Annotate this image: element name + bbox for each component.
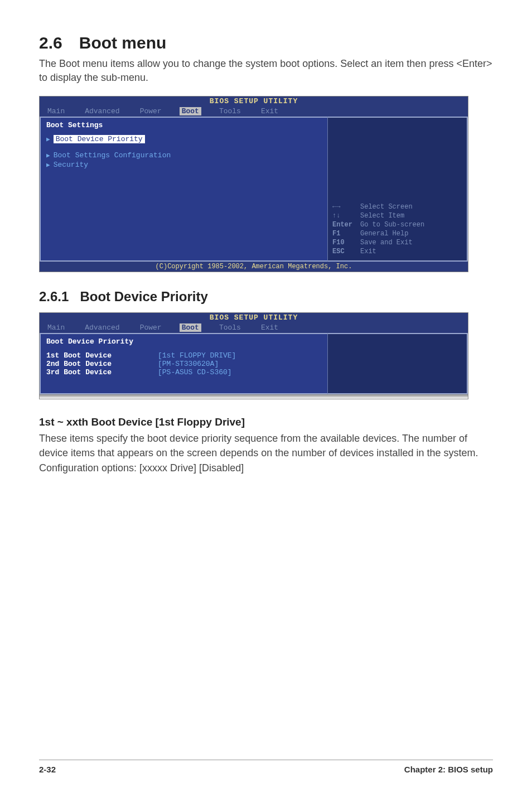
boot-device-label: 3rd Boot Device [46,368,158,376]
bios-copyright-footer: (C)Copyright 1985-2002, American Megatre… [40,262,468,272]
boot-device-value: [PS-ASUS CD-S360] [158,368,232,376]
boot-device-label: 2nd Boot Device [46,360,158,368]
bios-tabs: Main Advanced Power Boot Tools Exit [40,106,468,117]
chapter-label: Chapter 2: BIOS setup [404,765,493,774]
boot-settings-header: Boot Settings [46,121,322,129]
tab-advanced[interactable]: Advanced [83,323,122,332]
bios-title: BIOS SETUP UTILITY [40,313,468,322]
submenu-arrow-icon: ▶ [46,136,50,143]
help-value: General Help [360,230,408,238]
menu-item-boot-settings-config[interactable]: ▶ Boot Settings Configuration [46,151,322,160]
bios-screenshot-boot-priority: BIOS SETUP UTILITY Main Advanced Power B… [39,312,468,399]
boot-priority-header: Boot Device Priority [46,337,322,346]
menu-item-security[interactable]: ▶ Security [46,161,322,169]
menu-item-label: Boot Device Priority [54,135,145,143]
menu-item-label: Boot Settings Configuration [54,151,171,160]
bios-help-panel: ←→Select Screen ↑↓Select Item EnterGo to… [327,117,468,262]
submenu-arrow-icon: ▶ [46,152,50,159]
option-title: 1st ~ xxth Boot Device [1st Floppy Drive… [39,416,493,428]
help-value: Go to Sub-screen [360,221,424,229]
tab-power[interactable]: Power [138,323,164,332]
boot-device-row-2[interactable]: 2nd Boot Device [PM-ST330620A] [46,360,322,368]
bios-help-panel [327,333,468,394]
help-key: Enter [332,221,360,229]
tab-boot[interactable]: Boot [180,323,201,332]
help-value: Exit [360,248,376,255]
section-intro: The Boot menu items allow you to change … [39,57,493,85]
boot-device-row-1[interactable]: 1st Boot Device [1st FLOPPY DRIVE] [46,351,322,360]
boot-device-value: [PM-ST330620A] [158,360,219,368]
bios-title: BIOS SETUP UTILITY [40,96,468,106]
tab-main[interactable]: Main [45,323,67,332]
tab-tools[interactable]: Tools [217,323,243,332]
option-description: These items specify the boot device prio… [39,432,493,460]
section-number: 2.6 [39,33,62,52]
bios-left-panel: Boot Settings ▶ Boot Device Priority ▶ B… [40,117,327,262]
subsection-number: 2.6.1 [39,289,69,304]
bios-left-panel: Boot Device Priority 1st Boot Device [1s… [40,333,327,394]
decorative-shadow [40,394,468,399]
tab-boot[interactable]: Boot [180,107,201,115]
boot-device-value: [1st FLOPPY DRIVE] [158,351,236,360]
page-number: 2-32 [39,765,56,774]
help-value: Select Item [360,212,404,220]
bios-tabs: Main Advanced Power Boot Tools Exit [40,322,468,333]
help-key: F10 [332,239,360,247]
tab-exit[interactable]: Exit [259,107,280,115]
menu-item-label: Security [54,161,88,169]
submenu-arrow-icon: ▶ [46,161,50,168]
help-value: Select Screen [360,203,413,211]
menu-item-boot-device-priority[interactable]: ▶ Boot Device Priority [46,135,322,143]
tab-exit[interactable]: Exit [259,323,280,332]
tab-advanced[interactable]: Advanced [83,107,122,115]
section-title-text: Boot menu [79,33,167,52]
bios-screenshot-boot-settings: BIOS SETUP UTILITY Main Advanced Power B… [39,96,468,272]
boot-device-row-3[interactable]: 3rd Boot Device [PS-ASUS CD-S360] [46,368,322,376]
boot-device-label: 1st Boot Device [46,351,158,360]
section-title: 2.6Boot menu [39,33,493,52]
subsection-title-text: Boot Device Priority [80,289,207,304]
help-key: ←→ [332,203,360,211]
tab-tools[interactable]: Tools [217,107,243,115]
help-value: Save and Exit [360,239,413,247]
help-key: F1 [332,230,360,238]
option-config: Configuration options: [xxxxx Drive] [Di… [39,461,493,475]
help-key: ↑↓ [332,212,360,220]
subsection-title: 2.6.1Boot Device Priority [39,289,493,305]
page-footer: 2-32 Chapter 2: BIOS setup [39,760,493,774]
tab-power[interactable]: Power [138,107,164,115]
help-key: ESC [332,248,360,255]
tab-main[interactable]: Main [45,107,67,115]
